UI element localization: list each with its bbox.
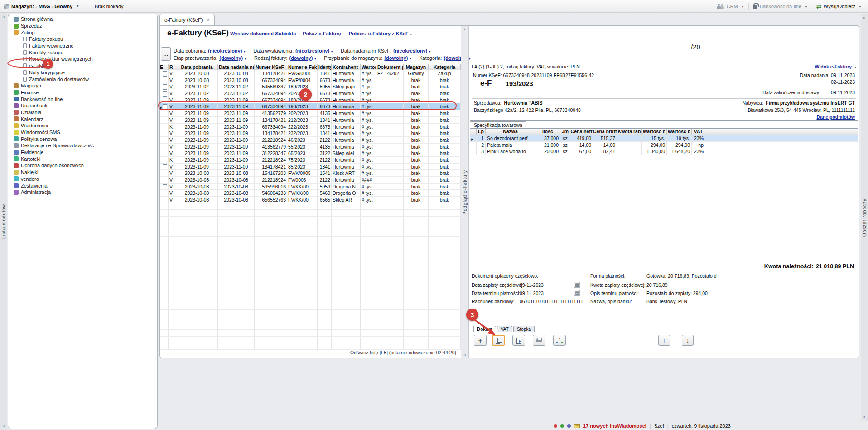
new-messages-link[interactable]: 17 nowych InsWiadomości — [583, 423, 646, 429]
table-row[interactable]: V 2023-11-09 2023-11-09 134178421 212/20… — [160, 117, 461, 124]
sidebar-item[interactable]: Zamówienia do dostawców — [9, 76, 156, 82]
sidebar-item[interactable]: Kalendarz — [9, 116, 156, 122]
table-row[interactable]: V 2023-11-02 2023-11-02 595569337 189/20… — [160, 83, 461, 90]
move-down-button[interactable]: ↓ — [682, 335, 694, 346]
table-row[interactable]: K 2023-11-09 2023-11-09 667334094 222/20… — [160, 124, 461, 130]
cell-identyfikator: 1341 — [318, 164, 332, 170]
column-header[interactable]: Numer KSeF — [255, 64, 287, 70]
preview-splitter[interactable]: « Podgląd e-Faktury « — [461, 26, 469, 358]
sidebar-item[interactable]: Korekty zakupu — [9, 49, 156, 56]
workspace-collapse-strip[interactable]: « Obszar roboczy « — [861, 14, 868, 421]
action-link[interactable]: Wystaw dokument Subiekta▼ — [230, 31, 296, 36]
operations-button[interactable] — [553, 335, 566, 346]
sidebar-item[interactable]: Wiadomości SMS — [9, 129, 156, 136]
sidebar-item[interactable]: Magazyn — [9, 82, 156, 89]
sidebar-item[interactable]: Działania — [9, 109, 156, 116]
sidebar-item[interactable]: Strona główna — [9, 16, 156, 23]
cell-numer-ksef: 413562779 — [255, 144, 287, 150]
banking-menu[interactable]: Bankowość on-line ▼ — [753, 4, 808, 9]
column-header[interactable]: Data pobrania — [176, 64, 218, 70]
table-row[interactable]: V 2023-10-08 2023-10-08 212218924 FV/000… — [160, 177, 461, 184]
sidebar-item[interactable]: Polityka cenowa — [9, 135, 156, 142]
sidebar-item[interactable]: Sprzedaż — [9, 23, 156, 29]
filter-value-dropdown[interactable]: (nieokreślony) — [208, 48, 242, 53]
sidebar-item[interactable]: Zestawienia — [9, 182, 156, 189]
filter-value-dropdown[interactable]: (dowolny) — [289, 55, 313, 61]
spec-table-row[interactable]: 3 Pink Lace woda to 20,000 sz 67,00 82,4… — [470, 148, 858, 155]
send-receive-menu[interactable]: ⇄ Wyślij/Odbierz ▼ — [816, 3, 862, 10]
empty-table-row — [160, 217, 461, 223]
sidebar-item[interactable]: Naklejki — [9, 169, 156, 176]
action-link[interactable]: Pobierz e-Faktury z KSeF▼ — [349, 31, 413, 36]
table-row[interactable]: K 2023-11-09 2023-11-09 212218924 75/202… — [160, 157, 461, 164]
parties-details-link[interactable]: Dane podmiotów — [816, 114, 855, 120]
table-row[interactable]: V 2023-11-09 2023-11-09 413562779 202/20… — [160, 110, 461, 117]
table-row[interactable]: V 2023-10-08 2023-10-08 546004233 FV/KK/… — [160, 190, 461, 197]
cell-numer-efaktury: 46/2023 — [287, 137, 318, 143]
filter-value-dropdown[interactable]: (nieokreślony) — [295, 48, 329, 53]
tab-efaktury-ksef[interactable]: e-Faktury (KSeF) × — [159, 14, 215, 25]
sidebar-item[interactable]: vendero — [9, 176, 156, 183]
sidebar-item[interactable]: Ewidencje — [9, 149, 156, 156]
sidebar-item[interactable]: Noty korygujące — [9, 69, 156, 76]
module-icon — [14, 183, 19, 188]
spec-table-row[interactable]: 1 So dezodorant perf 37,000 sz 419,00 51… — [470, 135, 858, 142]
table-row[interactable]: V 2023-10-08 2023-10-08 134178421 FV/G/0… — [160, 70, 461, 77]
table-row[interactable]: V 2023-10-08 2023-10-08 667334094 FV/P/0… — [160, 77, 461, 84]
table-row[interactable]: V 2023-11-09 2023-11-09 312228347 65/202… — [160, 150, 461, 157]
filter-value-dropdown[interactable]: (dowolny) — [384, 55, 408, 61]
sidebar-item[interactable]: Bankowość on-line — [9, 96, 156, 102]
open-document-button[interactable] — [512, 335, 525, 346]
column-header[interactable]: E — [160, 64, 169, 70]
sidebar-item[interactable]: Finanse — [9, 89, 156, 96]
filter-value-dropdown[interactable]: (nieokreślony) — [393, 48, 427, 53]
sidebar-item[interactable]: Kartoteki — [9, 155, 156, 162]
sidebar-item[interactable]: Rozrachunki — [9, 102, 156, 109]
sidebar-item[interactable]: Faktury wewnętrzne — [9, 43, 156, 49]
sidebar-item[interactable]: Wiadomości — [9, 122, 156, 129]
table-row[interactable]: V 2023-11-09 2023-11-09 413562779 55/202… — [160, 144, 461, 150]
filter-value-dropdown[interactable]: (dowolny) — [219, 55, 243, 61]
preview-tab[interactable]: Stopka — [513, 326, 535, 332]
column-header[interactable]: R — [169, 64, 176, 70]
modules-collapse-strip[interactable]: « Lista modułów « — [0, 13, 7, 430]
preview-view-dropdown[interactable]: Widok e-Faktury ▼ — [815, 64, 857, 70]
sidebar-item[interactable]: Deklaracje i e-Sprawozdawczość — [9, 142, 156, 149]
table-row[interactable]: V 2023-10-08 2023-10-08 656552763 FV/KK/… — [160, 197, 461, 203]
column-header[interactable]: Kontrahent — [332, 64, 361, 70]
cell-kategoria: brak — [429, 144, 461, 150]
sidebar-item[interactable]: Zakup — [9, 29, 156, 36]
calendar-icon[interactable]: ▦ — [574, 282, 580, 288]
column-header[interactable]: Magazyn — [404, 64, 429, 70]
app-grid-icon[interactable] — [4, 4, 9, 9]
table-row[interactable]: V 2023-11-09 2023-11-09 212218924 46/202… — [160, 137, 461, 144]
warehouse-selector[interactable]: Magazyn: - MAG - Główny — [11, 4, 72, 9]
column-header[interactable]: Dokument po — [376, 64, 404, 70]
table-row[interactable]: V 2023-10-08 2023-10-08 154167203 FV/K/0… — [160, 170, 461, 177]
sidebar-item[interactable]: Ochrona danych osobowych — [9, 162, 156, 169]
print-button[interactable] — [533, 335, 545, 346]
cell-rodzaj: V — [169, 110, 176, 116]
sidebar-item[interactable]: Administracja — [9, 189, 156, 196]
column-header[interactable]: Kategoria — [429, 64, 461, 70]
column-header[interactable]: Data nadania nr — [218, 64, 255, 70]
lock-status-link[interactable]: Brak blokady — [95, 4, 124, 9]
cell-data-pobrania: 2023-11-02 — [176, 90, 218, 97]
action-link[interactable]: Pokaż e-Fakturę▼ — [303, 31, 341, 36]
calendar-icon[interactable]: ▦ — [574, 290, 580, 296]
sidebar-item[interactable]: Faktury zakupu — [9, 36, 156, 43]
column-header[interactable]: Wartoś — [361, 64, 376, 70]
chevron-down-icon: ▼ — [409, 57, 412, 60]
filter-options-button[interactable]: … — [161, 47, 171, 61]
tab-specyfikacja-towarowa[interactable]: Specyfikacja towarowa — [470, 121, 526, 128]
refresh-list-link[interactable]: Odśwież listę [F5] (ostatnie odświeżenie… — [350, 350, 456, 355]
table-row[interactable]: V 2023-11-09 2023-11-09 134178421 232/20… — [160, 130, 461, 137]
column-header[interactable]: Numer e-Fak — [287, 64, 318, 70]
column-header[interactable]: Identyfi — [318, 64, 332, 70]
table-row[interactable]: V 2023-11-09 2023-11-09 134178421 85/202… — [160, 164, 461, 170]
close-icon[interactable]: × — [207, 17, 210, 23]
table-row[interactable]: V 2023-10-08 2023-10-08 595996016 FV/KK/… — [160, 184, 461, 190]
crm-menu[interactable]: CRM ▼ — [717, 4, 744, 9]
move-up-button[interactable]: ↑ — [658, 335, 670, 346]
spec-table-row[interactable]: 2 Paleta mała 21,000 sz 14,00 14,00 294,… — [470, 142, 858, 149]
